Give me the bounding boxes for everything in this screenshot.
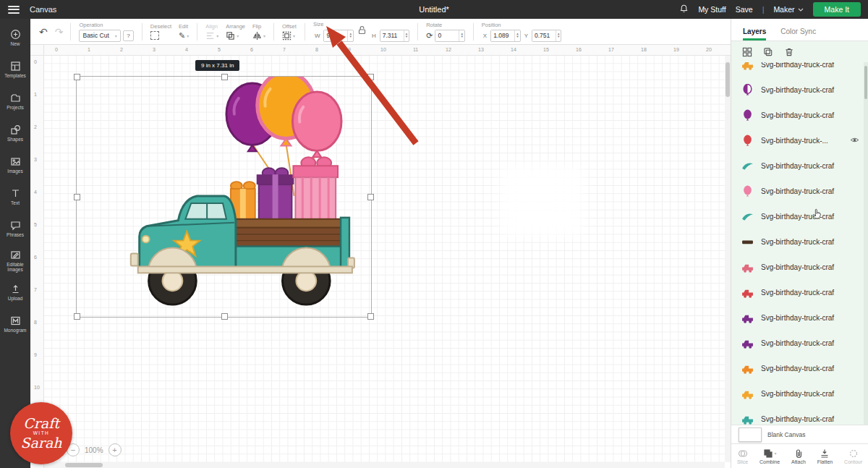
layer-row[interactable]: Svg-birthday-truck-craf... bbox=[731, 305, 864, 331]
attach-button[interactable]: Attach bbox=[791, 448, 806, 464]
layer-row[interactable]: Svg-birthday-truck-craf... bbox=[731, 153, 864, 179]
selection-bounding-box[interactable] bbox=[76, 76, 372, 318]
duplicate-icon[interactable] bbox=[763, 47, 773, 57]
deselect-icon[interactable] bbox=[150, 31, 159, 40]
sidebar-item-editable-images[interactable]: Editable Images bbox=[0, 244, 30, 276]
layer-thumbnail-icon bbox=[741, 84, 754, 96]
contour-icon bbox=[848, 448, 859, 459]
layer-row[interactable]: Svg-birthday-truck-craf... bbox=[731, 356, 864, 381]
ruler-number: 5 bbox=[34, 222, 37, 227]
flip-icon bbox=[252, 31, 262, 41]
canvas-viewport[interactable]: 01234567891011121314151617181920 0123456… bbox=[30, 45, 731, 468]
operation-dropdown[interactable]: Basic Cut▾ bbox=[79, 30, 120, 42]
phrases-icon bbox=[10, 220, 21, 231]
offset-menu-button[interactable]: ▾ bbox=[282, 31, 295, 41]
document-title[interactable]: Untitled* bbox=[419, 5, 449, 14]
selection-handle[interactable] bbox=[221, 74, 228, 80]
size-lock-icon[interactable] bbox=[358, 25, 366, 38]
eye-icon[interactable] bbox=[850, 135, 859, 148]
tab-layers[interactable]: Layers bbox=[743, 27, 766, 41]
sidebar-item-new[interactable]: New bbox=[0, 22, 30, 54]
sidebar-item-images[interactable]: Images bbox=[0, 149, 30, 181]
layer-row[interactable]: Svg-birthday-truck-... bbox=[731, 128, 864, 153]
panel-scrollbar[interactable] bbox=[864, 62, 868, 425]
tab-color-sync[interactable]: Color Sync bbox=[780, 27, 816, 41]
layer-row[interactable]: Svg-birthday-truck-craf... bbox=[731, 381, 864, 407]
y-stepper[interactable]: ▲▼ bbox=[532, 30, 561, 42]
canvas-horizontal-scrollbar[interactable] bbox=[43, 462, 725, 468]
layer-thumbnail-icon bbox=[741, 62, 754, 71]
zoom-in-button[interactable]: + bbox=[109, 443, 122, 456]
undo-icon[interactable]: ↶ bbox=[39, 26, 48, 38]
selection-handle[interactable] bbox=[74, 313, 80, 320]
help-button[interactable]: ? bbox=[123, 30, 134, 41]
arrange-menu-button[interactable]: ▾ bbox=[226, 31, 239, 41]
flatten-icon bbox=[820, 448, 830, 459]
layer-row[interactable]: Svg-birthday-truck-craf... bbox=[731, 179, 864, 204]
ruler-number: 10 bbox=[34, 385, 40, 390]
layer-thumbnail-icon bbox=[741, 236, 754, 248]
sidebar-item-upload[interactable]: Upload bbox=[0, 276, 30, 308]
ruler-number: 8 bbox=[315, 47, 318, 52]
sidebar-item-text[interactable]: Text bbox=[0, 181, 30, 213]
layer-row[interactable]: Svg-birthday-truck-craf... bbox=[731, 62, 864, 77]
blank-canvas-row[interactable]: Blank Canvas bbox=[731, 425, 868, 444]
scrollbar-thumb[interactable] bbox=[65, 463, 103, 467]
rotate-input[interactable] bbox=[435, 30, 459, 41]
y-input[interactable] bbox=[532, 30, 556, 41]
save-link[interactable]: Save bbox=[736, 5, 753, 14]
selection-handle[interactable] bbox=[74, 74, 80, 80]
selection-handle[interactable] bbox=[367, 313, 374, 320]
canvas-vertical-scrollbar[interactable] bbox=[725, 55, 731, 462]
flip-menu-button[interactable]: ▾ bbox=[252, 31, 265, 41]
scrollbar-thumb[interactable] bbox=[726, 62, 730, 97]
layer-row[interactable]: Svg-birthday-truck-craf... bbox=[731, 77, 864, 103]
x-stepper[interactable]: ▲▼ bbox=[490, 30, 520, 42]
sidebar-item-shapes[interactable]: Shapes bbox=[0, 117, 30, 149]
selection-handle[interactable] bbox=[367, 194, 374, 200]
layer-name: Svg-birthday-truck-craf... bbox=[761, 365, 835, 373]
arrange-layers-icon[interactable] bbox=[742, 47, 752, 57]
canvas-color-swatch[interactable] bbox=[739, 427, 762, 442]
selection-handle[interactable] bbox=[367, 74, 374, 80]
layer-row[interactable]: Svg-birthday-truck-craf... bbox=[731, 280, 864, 305]
layer-row[interactable]: Svg-birthday-truck-craf... bbox=[731, 229, 864, 255]
flatten-button[interactable]: Flatten bbox=[817, 448, 833, 464]
layer-name: Svg-birthday-truck-craf... bbox=[761, 187, 835, 195]
sidebar-item-monogram[interactable]: Monogram bbox=[0, 308, 30, 340]
panel-actions: Slice ▾ Combine Attach Flatten Contour bbox=[731, 443, 868, 468]
sidebar-item-projects[interactable]: Projects bbox=[0, 85, 30, 117]
x-input[interactable] bbox=[491, 30, 514, 41]
align-label: Align bbox=[205, 23, 218, 30]
rotate-stepper[interactable]: ▲▼ bbox=[435, 30, 464, 42]
layer-row[interactable]: Svg-birthday-truck-craf... bbox=[731, 331, 864, 356]
rotate-icon[interactable]: ⟳ bbox=[426, 31, 433, 41]
sidebar-item-templates[interactable]: Templates bbox=[0, 54, 30, 85]
menu-icon[interactable] bbox=[8, 6, 20, 14]
layer-row[interactable]: Svg-birthday-truck-craf... bbox=[731, 204, 864, 229]
ruler-number: 12 bbox=[446, 47, 451, 52]
layer-row[interactable]: Svg-birthday-truck-craf... bbox=[731, 407, 864, 425]
machine-selector[interactable]: Maker bbox=[773, 5, 803, 14]
width-stepper[interactable]: ▲▼ bbox=[323, 30, 353, 42]
scrollbar-thumb[interactable] bbox=[864, 66, 867, 99]
ruler-number: 15 bbox=[543, 47, 549, 52]
selection-handle[interactable] bbox=[74, 194, 80, 200]
height-stepper[interactable]: ▲▼ bbox=[380, 30, 409, 42]
zoom-level: 100% bbox=[85, 446, 103, 454]
layer-row[interactable]: Svg-birthday-truck-craf... bbox=[731, 103, 864, 128]
layers-list: Svg-birthday-truck-craf...Svg-birthday-t… bbox=[731, 62, 864, 425]
delete-icon[interactable] bbox=[784, 47, 794, 57]
my-stuff-link[interactable]: My Stuff bbox=[698, 5, 726, 14]
edit-menu-button[interactable]: ✎▾ bbox=[179, 31, 189, 41]
make-it-button[interactable]: Make It bbox=[813, 2, 861, 17]
ruler-number: 4 bbox=[34, 190, 37, 195]
height-input[interactable] bbox=[380, 30, 404, 41]
width-input[interactable] bbox=[324, 30, 347, 41]
selection-handle[interactable] bbox=[221, 313, 228, 320]
sidebar-item-phrases[interactable]: Phrases bbox=[0, 213, 30, 244]
notifications-bell-icon[interactable] bbox=[679, 4, 689, 15]
birthday-truck-illustration[interactable] bbox=[77, 77, 370, 315]
layer-row[interactable]: Svg-birthday-truck-craf... bbox=[731, 255, 864, 280]
combine-button[interactable]: ▾ Combine bbox=[760, 448, 780, 464]
